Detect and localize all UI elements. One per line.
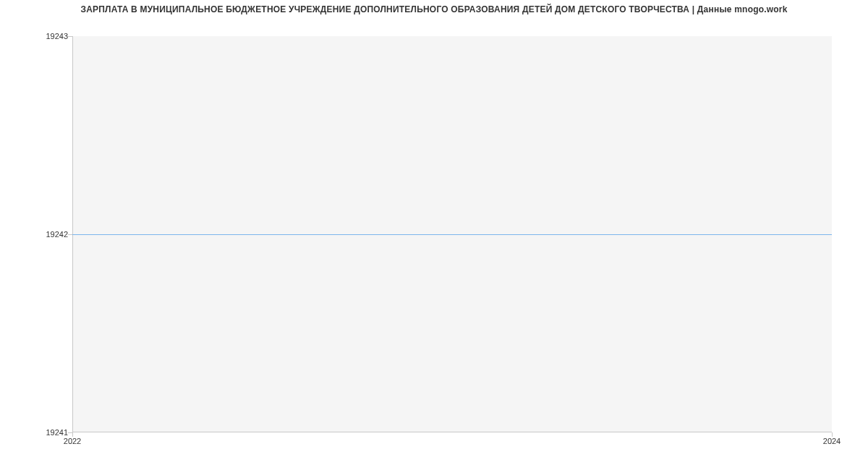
x-tick-label: 2024 xyxy=(823,437,841,445)
chart-title: ЗАРПЛАТА В МУНИЦИПАЛЬНОЕ БЮДЖЕТНОЕ УЧРЕЖ… xyxy=(0,4,868,14)
y-tick-label: 19241 xyxy=(3,428,68,437)
x-tick-mark xyxy=(832,432,833,437)
salary-chart: ЗАРПЛАТА В МУНИЦИПАЛЬНОЕ БЮДЖЕТНОЕ УЧРЕЖ… xyxy=(0,0,868,470)
y-tick-label: 19243 xyxy=(3,32,68,40)
x-tick-label: 2022 xyxy=(64,437,81,445)
x-tick-mark xyxy=(72,432,73,437)
data-series-line xyxy=(72,234,832,235)
y-tick-label: 19242 xyxy=(3,230,68,239)
